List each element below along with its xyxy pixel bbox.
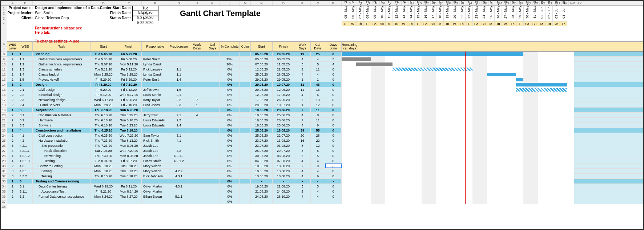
project-leader: Sam Smith — [35, 11, 53, 15]
gantt-chart-area — [342, 52, 574, 204]
gantt-bar[interactable] — [342, 57, 371, 61]
help-text-3: To change settings -> see — [35, 39, 79, 43]
col-start: Start — [91, 42, 116, 51]
project-name: Design and Implementation of a Data-Cent… — [35, 6, 112, 10]
table-header-row: WBS Level WBS Task Start Finish Responsi… — [7, 41, 643, 52]
col-remaining: Remaining cal. days — [342, 42, 358, 51]
gantt-bar[interactable] — [342, 52, 523, 56]
client: Global Telecom Corp. — [35, 16, 70, 20]
gantt-bar[interactable] — [516, 88, 567, 92]
col-wbs: WBS — [18, 42, 33, 51]
col-level: WBS Level — [7, 42, 18, 51]
gantt-bar[interactable] — [393, 68, 472, 71]
column-headers: ABCDEFGJKLMNOPQRSTUVWXYZAAABACADAEAFAGAH… — [1, 1, 643, 6]
row-headers: 1234678910111213141516171819202122232425… — [1, 6, 7, 209]
col-predecessor: Predecessor — [169, 42, 189, 51]
status-date[interactable]: Fri 5.22.2020 — [132, 16, 158, 21]
gantt-bar[interactable] — [516, 78, 523, 81]
gantt-bar[interactable] — [516, 83, 567, 86]
col-workdays: Work Days — [189, 42, 205, 51]
col-finish2: Finish — [273, 42, 294, 51]
col-start2: Start — [251, 42, 273, 51]
col-caldays2: Cal Days — [311, 42, 325, 51]
col-workdays2: Work Days — [294, 42, 311, 51]
col-responsible: Responsible — [142, 42, 169, 51]
gantt-bar[interactable] — [487, 73, 516, 76]
page-title: Gantt Chart Template — [180, 9, 261, 18]
finish-date[interactable]: Thu 8.27.2020 — [132, 11, 158, 16]
project-name-label: Project name: — [7, 6, 33, 10]
start-date[interactable]: Tue 5.5.2020 — [132, 6, 158, 11]
col-finish: Finish — [116, 42, 142, 51]
gantt-bar[interactable] — [356, 62, 393, 66]
col-complete: % Complete — [220, 42, 240, 51]
col-color: Color — [240, 42, 251, 51]
col-daysdone: Days done — [325, 42, 342, 51]
client-label: Client: — [7, 16, 33, 20]
gantt-date-headers: 05 - May - 20Tu06 - May - 20W07 - May - … — [342, 6, 567, 26]
help-text-2: Help tab. — [35, 31, 50, 35]
col-caldays: Cal Days — [205, 42, 220, 51]
status-date-label: Status Date: — [109, 16, 131, 20]
spreadsheet[interactable]: ABCDEFGJKLMNOPQRSTUVWXYZAAABACADAEAFAGAH… — [0, 0, 644, 230]
finish-date-label: Finish Date: — [109, 11, 131, 15]
project-leader-label: Project leader: — [7, 11, 33, 15]
start-date-label: Start Date: — [109, 6, 131, 10]
help-text-1: For instructions please see — [35, 26, 82, 30]
data-rows[interactable]: 11PlanningTue 5.05.20Fri 5.29.2005.05.20… — [7, 52, 643, 204]
